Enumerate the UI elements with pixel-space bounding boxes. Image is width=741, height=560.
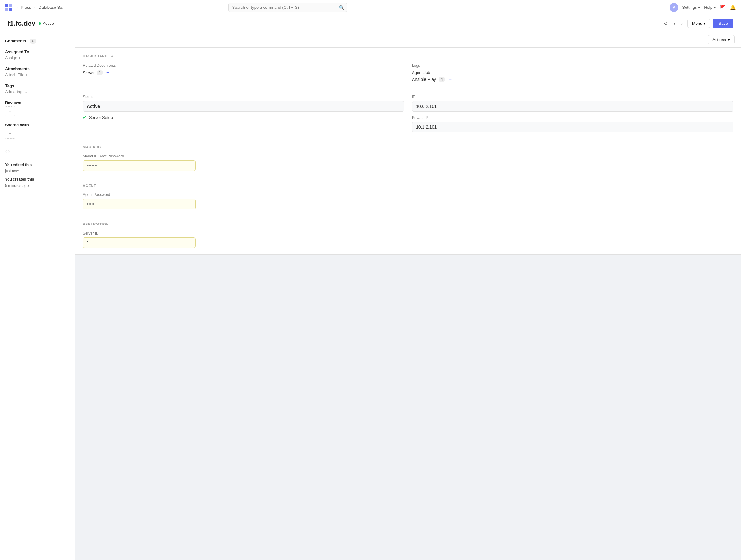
dashboard-grid: Related Documents Server 1 + Logs Agent … — [83, 63, 734, 82]
add-ansible-button[interactable]: + — [448, 77, 453, 82]
server-count: 1 — [96, 70, 103, 75]
agent-section: AGENT Agent Password — [75, 178, 741, 216]
help-button[interactable]: Help ▾ — [704, 5, 716, 10]
status-badge: Active — [39, 21, 54, 26]
private-ip-group: Private IP 10.1.2.101 — [412, 115, 734, 132]
logs-label: Logs — [412, 63, 734, 68]
activity-2: You created this 5 minutes ago — [5, 177, 70, 188]
related-documents-col: Related Documents Server 1 + — [83, 63, 404, 82]
sidebar-comments-section: Comments 0 — [5, 38, 70, 43]
agent-job-item[interactable]: Agent Job — [412, 70, 734, 75]
server-setup-row: ✔ Server Setup — [83, 115, 404, 120]
page-header: f1.fc.dev Active 🖨 ‹ › Menu ▾ Save — [0, 15, 741, 32]
reviews-label: Reviews — [5, 100, 70, 105]
status-field-label: Status — [83, 95, 404, 99]
shared-with-label: Shared With — [5, 123, 70, 127]
avatar[interactable]: A — [670, 3, 678, 12]
page-title: f1.fc.dev — [7, 19, 36, 27]
attachments-label: Attachments — [5, 66, 70, 71]
breadcrumb-press[interactable]: Press — [21, 5, 31, 10]
heart-icon[interactable]: ♡ — [5, 149, 10, 155]
settings-chevron-icon: ▾ — [698, 5, 700, 10]
topnav: › Press › Database Se... 🔍 A Settings ▾ … — [0, 0, 741, 15]
ansible-play-count: 4 — [439, 77, 445, 82]
add-review-button[interactable]: + — [5, 106, 15, 116]
agent-title: AGENT — [83, 184, 96, 187]
sidebar-heart-section: ♡ — [5, 149, 70, 156]
actions-button[interactable]: Actions ▾ — [708, 35, 735, 44]
menu-label: Menu — [692, 21, 702, 26]
logo-cell — [9, 4, 12, 7]
logo-cell — [5, 4, 8, 7]
sidebar-tags-section: Tags Add a tag ... — [5, 83, 70, 94]
menu-button[interactable]: Menu ▾ — [687, 19, 711, 28]
search-input[interactable] — [228, 3, 347, 12]
assign-button[interactable]: Assign + — [5, 56, 70, 60]
logs-items: Agent Job Ansible Play 4 + — [412, 70, 734, 82]
print-button[interactable]: 🖨 — [661, 19, 669, 27]
replication-title: REPLICATION — [83, 222, 109, 226]
search-icon: 🔍 — [339, 5, 344, 10]
comments-count: 0 — [30, 39, 37, 44]
menu-chevron-icon: ▾ — [703, 21, 705, 26]
dashboard-section: DASHBOARD ▲ Related Documents Server 1 +… — [75, 48, 741, 88]
dashboard-toggle-icon[interactable]: ▲ — [110, 54, 114, 58]
topnav-right: A Settings ▾ Help ▾ 🚩 🔔 — [670, 3, 736, 12]
actions-label: Actions — [713, 37, 726, 42]
agent-section-header: AGENT — [83, 184, 734, 187]
replication-section-header: REPLICATION — [83, 222, 734, 226]
page-title-area: f1.fc.dev Active — [7, 19, 54, 27]
add-server-button[interactable]: + — [105, 70, 110, 75]
ip-field-value: 10.0.2.101 — [412, 101, 734, 112]
settings-button[interactable]: Settings ▾ — [682, 5, 700, 10]
assigned-to-label: Assigned To — [5, 50, 70, 54]
attach-file-button[interactable]: Attach File + — [5, 72, 70, 77]
dashboard-section-header: DASHBOARD ▲ — [83, 54, 734, 58]
logo-cell — [5, 8, 8, 11]
checkmark-icon: ✔ — [83, 115, 86, 120]
sidebar: Comments 0 Assigned To Assign + Attachme… — [0, 32, 75, 560]
sidebar-activity-section: You edited this just now You created thi… — [5, 162, 70, 189]
bell-icon[interactable]: 🔔 — [730, 4, 736, 10]
mariadb-password-group: MariaDB Root Password — [83, 154, 734, 171]
ansible-play-label[interactable]: Ansible Play — [412, 77, 436, 82]
breadcrumb-sep-2: › — [34, 5, 36, 10]
content-area: Actions ▾ DASHBOARD ▲ Related Documents … — [75, 32, 741, 560]
sidebar-reviews-section: Reviews + — [5, 100, 70, 116]
sidebar-divider — [5, 145, 70, 145]
save-button[interactable]: Save — [713, 19, 734, 28]
server-label[interactable]: Server — [83, 71, 95, 75]
add-shared-button[interactable]: + — [5, 129, 15, 139]
sidebar-assigned-section: Assigned To Assign + — [5, 50, 70, 60]
tags-label: Tags — [5, 83, 70, 88]
logo-cell — [9, 8, 12, 11]
mariadb-password-input[interactable] — [83, 160, 196, 171]
server-id-input[interactable] — [83, 237, 196, 248]
app-logo[interactable] — [5, 4, 12, 11]
flag-icon[interactable]: 🚩 — [720, 4, 726, 10]
activity-1-time: just now — [5, 169, 19, 173]
status-field-value: Active — [83, 101, 404, 112]
server-id-group: Server ID — [83, 231, 734, 248]
add-tag-button[interactable]: Add a tag ... — [5, 89, 70, 94]
mariadb-title: MARIADB — [83, 145, 101, 149]
activity-2-time: 5 minutes ago — [5, 183, 28, 188]
agent-password-input[interactable] — [83, 199, 196, 209]
breadcrumb-sep-1: › — [16, 5, 17, 10]
agent-password-label: Agent Password — [83, 192, 734, 197]
search-bar[interactable]: 🔍 — [228, 3, 347, 12]
prev-button[interactable]: ‹ — [672, 19, 677, 27]
next-button[interactable]: › — [680, 19, 685, 27]
page-actions: 🖨 ‹ › Menu ▾ Save — [661, 19, 734, 28]
status-section: Status Active ✔ Server Setup IP 10.0.2.1… — [75, 88, 741, 139]
breadcrumb-database[interactable]: Database Se... — [39, 5, 66, 10]
sidebar-shared-section: Shared With + — [5, 123, 70, 139]
actions-chevron-icon: ▾ — [728, 37, 730, 42]
main-layout: Comments 0 Assigned To Assign + Attachme… — [0, 32, 741, 560]
agent-password-group: Agent Password — [83, 192, 734, 209]
dashboard-title: DASHBOARD — [83, 54, 108, 58]
sidebar-attachments-section: Attachments Attach File + — [5, 66, 70, 77]
server-setup-label: Server Setup — [89, 115, 113, 120]
private-ip-value: 10.1.2.101 — [412, 122, 734, 132]
related-documents-label: Related Documents — [83, 63, 404, 68]
